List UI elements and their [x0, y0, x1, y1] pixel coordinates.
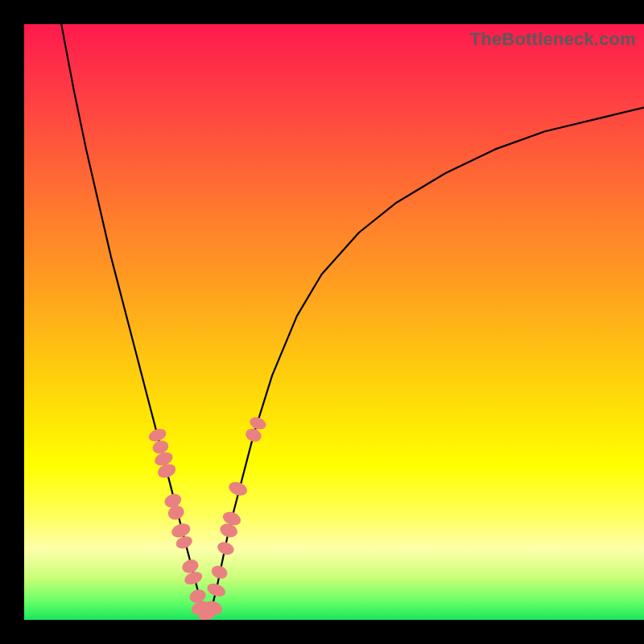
chart-svg	[24, 24, 644, 620]
data-point	[209, 564, 229, 580]
plot-area: TheBottleneck.com	[24, 24, 644, 620]
data-point	[216, 540, 236, 557]
right-curve	[210, 108, 644, 614]
chart-frame: TheBottleneck.com	[0, 0, 644, 644]
curve-group	[61, 24, 644, 614]
data-point	[227, 480, 250, 498]
data-point	[205, 581, 227, 599]
data-dots	[147, 415, 268, 620]
